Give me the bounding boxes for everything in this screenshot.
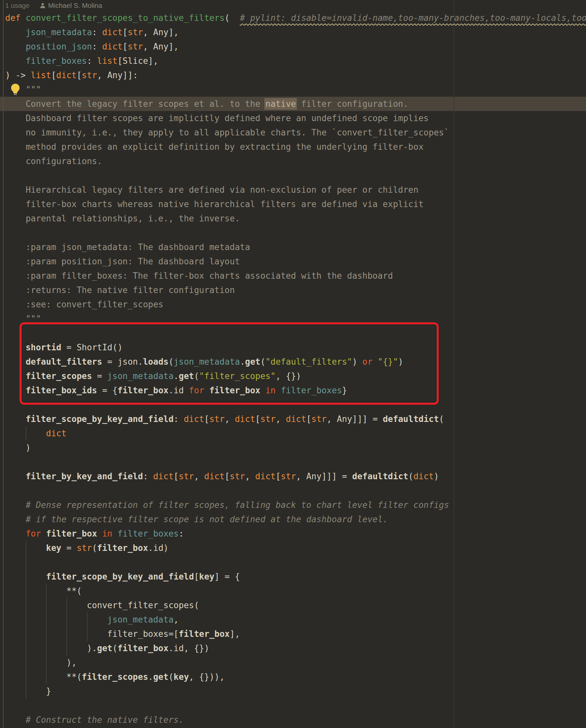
code-line[interactable]: Hierarchical legacy filters are defined … xyxy=(0,183,586,197)
code-token xyxy=(5,285,26,295)
code-token: filter_box xyxy=(97,543,148,553)
code-token: str xyxy=(261,414,276,424)
code-token: # Construct the native filters. xyxy=(26,715,184,725)
code-line[interactable]: dict xyxy=(0,426,586,441)
code-line[interactable]: :param json_metadata: The dashboard meta… xyxy=(0,240,586,254)
code-token: : xyxy=(92,42,102,51)
code-line[interactable] xyxy=(0,455,586,469)
code-token xyxy=(5,257,26,266)
code-token: Hierarchical legacy filters are defined … xyxy=(26,185,418,195)
code-line[interactable]: method provides an explicit definition b… xyxy=(0,140,586,154)
code-line[interactable]: ), xyxy=(0,655,586,670)
code-line[interactable]: for filter_box in filter_boxes: xyxy=(0,526,586,541)
code-token: filter_boxes xyxy=(117,529,178,539)
code-token xyxy=(5,314,26,323)
code-token: Any xyxy=(307,471,322,481)
code-editor[interactable]: 1 usage Michael S. Molina def convert_fi… xyxy=(0,0,586,728)
code-token: parental relationships, i.e., the invers… xyxy=(26,214,240,223)
code-line[interactable]: filter_boxes=[filter_box], xyxy=(0,627,586,641)
code-line[interactable]: :param filter_boxes: The filter-box char… xyxy=(0,268,586,283)
code-token: Any xyxy=(153,27,169,37)
code-token: [ xyxy=(77,70,82,80)
code-token: : xyxy=(174,414,184,424)
code-line[interactable]: convert_filter_scopes( xyxy=(0,598,586,613)
code-token: key xyxy=(199,572,215,581)
code-token: str xyxy=(178,471,194,481)
code-line[interactable]: :see: convert_filter_scopes xyxy=(0,297,586,312)
code-token: get xyxy=(153,672,169,682)
code-line[interactable] xyxy=(0,226,586,240)
code-line[interactable]: configurations. xyxy=(0,154,586,168)
code-line[interactable] xyxy=(0,168,586,183)
code-token xyxy=(5,300,26,309)
author-hint[interactable]: Michael S. Molina xyxy=(40,2,102,9)
intention-bulb-icon[interactable] xyxy=(10,83,21,97)
code-line[interactable]: """ xyxy=(0,82,586,97)
code-token: filter_scopes xyxy=(82,672,148,682)
code-line[interactable]: Dashboard filter scopes are implicitly d… xyxy=(0,111,586,125)
code-token: for xyxy=(26,529,41,539)
code-line[interactable]: filter_scope_by_key_and_field: dict[str,… xyxy=(0,412,586,426)
code-token: , xyxy=(194,471,204,481)
code-token: ]]] = xyxy=(352,414,383,424)
code-line[interactable]: **( xyxy=(0,584,586,598)
annotation-red-box xyxy=(20,322,439,405)
code-line[interactable]: no immunity, i.e., they apply to all app… xyxy=(0,125,586,140)
code-line[interactable]: } xyxy=(0,684,586,698)
code-line[interactable]: filter-box charts whereas native hierarc… xyxy=(0,197,586,211)
code-token: ). xyxy=(5,643,97,653)
code-line[interactable]: **(filter_scopes.get(key, {})), xyxy=(0,670,586,684)
code-token: position_json xyxy=(26,42,92,51)
code-token: json_metadata xyxy=(107,615,174,624)
code-token: convert_filter_scopes xyxy=(87,600,194,610)
code-token: [ xyxy=(204,414,210,424)
code-line[interactable]: # if the respective filter scope is not … xyxy=(0,512,586,526)
code-token: no immunity, i.e., they apply to all app… xyxy=(26,128,449,137)
code-line[interactable]: :returns: The native filter configuratio… xyxy=(0,283,586,297)
code-line[interactable]: ).get(filter_box.id, {}) xyxy=(0,641,586,655)
code-token xyxy=(5,128,26,137)
code-token: list xyxy=(31,70,51,80)
code-token: ( xyxy=(92,543,97,553)
code-token: str xyxy=(128,42,143,51)
code-line[interactable]: # Dense representation of filter scopes,… xyxy=(0,498,586,512)
code-line[interactable]: key = str(filter_box.id) xyxy=(0,541,586,555)
code-line[interactable]: parental relationships, i.e., the invers… xyxy=(0,211,586,226)
code-token xyxy=(5,199,26,209)
code-token: str xyxy=(280,471,296,481)
code-token: ) -> xyxy=(5,70,31,80)
code-line[interactable] xyxy=(0,698,586,713)
code-token xyxy=(5,615,107,624)
code-token xyxy=(5,543,46,553)
code-token: dict xyxy=(56,70,77,80)
code-token: Convert the legacy filter scopes et al. … xyxy=(26,99,266,109)
code-token: :param filter_boxes: The filter-box char… xyxy=(26,271,393,281)
code-line[interactable]: json_metadata: dict[str, Any], xyxy=(0,25,586,40)
code-token: : xyxy=(178,529,184,539)
code-line[interactable]: ) -> list[dict[str, Any]]: xyxy=(0,68,586,82)
code-line[interactable]: def convert_filter_scopes_to_native_filt… xyxy=(0,11,586,25)
usages-hint[interactable]: 1 usage xyxy=(5,2,30,9)
code-line[interactable] xyxy=(0,555,586,569)
code-line[interactable]: :param position_json: The dashboard layo… xyxy=(0,254,586,268)
code-token: Dashboard filter scopes are implicitly d… xyxy=(26,113,429,123)
code-token: = xyxy=(61,543,77,553)
author-icon xyxy=(40,2,46,9)
code-token: defaultdict xyxy=(352,471,408,481)
code-token: , xyxy=(97,70,107,80)
code-line[interactable] xyxy=(0,484,586,498)
code-line[interactable]: filter_boxes: list[Slice], xyxy=(0,54,586,68)
code-line[interactable]: # Construct the native filters. xyxy=(0,713,586,727)
code-token: ]]] = xyxy=(322,471,352,481)
code-line[interactable]: Convert the legacy filter scopes et al. … xyxy=(0,97,586,111)
code-line[interactable]: ) xyxy=(0,441,586,455)
code-line[interactable]: filter_by_key_and_field: dict[str, dict[… xyxy=(0,469,586,484)
code-line[interactable]: position_json: dict[str, Any], xyxy=(0,40,586,54)
code-token: , xyxy=(296,471,306,481)
code-token: filter_scope_by_key_and_field xyxy=(46,572,194,581)
code-line[interactable]: json_metadata, xyxy=(0,613,586,627)
code-line[interactable]: filter_scope_by_key_and_field[key] = { xyxy=(0,569,586,584)
code-token: ], xyxy=(148,56,158,66)
code-token: , xyxy=(174,615,179,624)
code-token: # if the respective filter scope is not … xyxy=(26,514,388,524)
